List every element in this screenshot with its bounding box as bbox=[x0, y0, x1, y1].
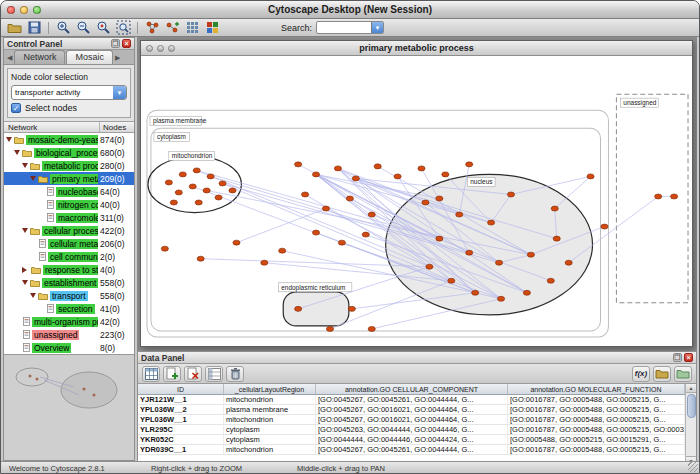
graph-node[interactable] bbox=[418, 166, 425, 171]
chevron-down-icon[interactable] bbox=[113, 86, 126, 99]
network-overview-thumbnail[interactable] bbox=[4, 354, 134, 460]
graph-node[interactable] bbox=[655, 194, 662, 199]
graph-node[interactable] bbox=[215, 195, 222, 200]
modify-attribute-button[interactable] bbox=[205, 366, 223, 382]
search-input[interactable] bbox=[317, 22, 371, 33]
graph-node[interactable] bbox=[553, 236, 560, 241]
new-network-button[interactable] bbox=[163, 20, 181, 36]
tree-item-mosaic-demo-yeast[interactable]: mosaic-demo-yeast874(0) bbox=[4, 133, 134, 146]
tree-item-cellular-process[interactable]: cellular process422(0) bbox=[4, 224, 134, 237]
graph-node[interactable] bbox=[302, 192, 309, 197]
graph-node[interactable] bbox=[295, 162, 302, 167]
float-panel-icon[interactable] bbox=[673, 353, 682, 362]
graph-node[interactable] bbox=[312, 172, 319, 177]
vizmapper-button[interactable] bbox=[203, 20, 221, 36]
tab-scroll-left-icon[interactable] bbox=[6, 54, 13, 64]
graph-node[interactable] bbox=[219, 181, 226, 186]
save-session-button[interactable] bbox=[25, 20, 43, 36]
tab-scroll-right-icon[interactable] bbox=[114, 54, 121, 64]
graph-node[interactable] bbox=[523, 290, 530, 295]
float-panel-icon[interactable] bbox=[111, 39, 120, 48]
network-view-window[interactable]: primary metabolic process plasma membran… bbox=[140, 40, 693, 347]
graph-node[interactable] bbox=[326, 326, 333, 331]
column-header-annotation-go-cellular-component[interactable]: annotation.GO CELLULAR_COMPONENT bbox=[316, 384, 508, 394]
tree-item-macromolecule[interactable]: macromolecule...311(0) bbox=[4, 211, 134, 224]
table-row[interactable]: YLR295Ccytoplasm[GO:0045263, GO:0044444,… bbox=[138, 425, 685, 435]
tab-network[interactable]: Network bbox=[14, 50, 65, 64]
close-panel-icon[interactable] bbox=[684, 353, 693, 362]
search-combobox[interactable] bbox=[316, 21, 384, 34]
close-panel-icon[interactable] bbox=[122, 39, 131, 48]
graph-node[interactable] bbox=[472, 290, 479, 295]
graph-node[interactable] bbox=[197, 256, 204, 261]
graph-node[interactable] bbox=[352, 176, 359, 181]
graph-node[interactable] bbox=[175, 190, 182, 195]
select-attributes-button[interactable] bbox=[142, 366, 160, 382]
expander-open-icon[interactable] bbox=[14, 150, 20, 155]
graph-node[interactable] bbox=[394, 174, 401, 179]
graph-node[interactable] bbox=[436, 196, 443, 201]
graph-node[interactable] bbox=[426, 264, 433, 269]
network-view-titlebar[interactable]: primary metabolic process bbox=[141, 41, 692, 56]
column-header-annotation-go-molecular-function[interactable]: annotation.GO MOLECULAR_FUNCTION bbox=[508, 384, 685, 394]
graph-node[interactable] bbox=[193, 168, 200, 173]
graph-node[interactable] bbox=[165, 180, 172, 185]
table-row[interactable]: YDR039C__1mitochondrion[GO:0045267, GO:0… bbox=[138, 445, 685, 455]
delete-attribute-button[interactable] bbox=[184, 366, 202, 382]
graph-node[interactable] bbox=[466, 162, 473, 167]
zoom-in-button[interactable] bbox=[54, 20, 72, 36]
tree-item-unassigned[interactable]: unassigned223(0) bbox=[4, 328, 134, 341]
graph-node[interactable] bbox=[497, 296, 504, 301]
table-row[interactable]: YKR052Ccytoplasm[GO:0044444, GO:0044446,… bbox=[138, 435, 685, 445]
graph-node[interactable] bbox=[233, 240, 240, 245]
graph-node[interactable] bbox=[229, 188, 236, 193]
tree-item-biological-process[interactable]: biological_process680(0) bbox=[4, 146, 134, 159]
graph-node[interactable] bbox=[203, 188, 210, 193]
table-row[interactable]: YPL036W__1mitochondrion[GO:0045267, GO:0… bbox=[138, 415, 685, 425]
tree-item-nucleobase[interactable]: nucleobase...64(0) bbox=[4, 185, 134, 198]
column-header-id[interactable]: ID bbox=[138, 384, 224, 394]
tree-item-multi-organism-pro[interactable]: multi-organism pro...42(0) bbox=[4, 315, 134, 328]
graph-node[interactable] bbox=[436, 236, 443, 241]
open-session-button[interactable] bbox=[5, 20, 23, 36]
search-dropdown-icon[interactable] bbox=[371, 22, 383, 33]
scrollbar-thumb[interactable] bbox=[687, 394, 696, 418]
expander-open-icon[interactable] bbox=[6, 137, 12, 142]
table-row[interactable]: YJR121W__1mitochondrion[GO:0045267, GO:0… bbox=[138, 395, 685, 405]
graph-node[interactable] bbox=[601, 224, 608, 229]
graph-node[interactable] bbox=[189, 184, 196, 189]
graph-node[interactable] bbox=[527, 252, 534, 257]
graph-node[interactable] bbox=[362, 232, 369, 237]
column-header-cellularlayoutregion[interactable]: _cellularLayoutRegion bbox=[224, 384, 316, 394]
grid-layout-button[interactable] bbox=[183, 20, 201, 36]
select-nodes-checkbox[interactable] bbox=[11, 103, 21, 113]
graph-node[interactable] bbox=[261, 260, 268, 265]
graph-node[interactable] bbox=[161, 246, 168, 251]
graph-node[interactable] bbox=[279, 248, 286, 253]
graph-node[interactable] bbox=[179, 172, 186, 177]
graph-node[interactable] bbox=[422, 200, 429, 205]
graph-node[interactable] bbox=[448, 278, 455, 283]
graph-node[interactable] bbox=[312, 230, 319, 235]
expander-open-icon[interactable] bbox=[30, 293, 36, 298]
import-attributes-button[interactable] bbox=[653, 366, 671, 382]
table-row[interactable]: YPL036W__2plasma membrane[GO:0045267, GO… bbox=[138, 405, 685, 415]
zoom-selected-button[interactable] bbox=[94, 20, 112, 36]
tree-item-cell-communica[interactable]: cell communica...2(0) bbox=[4, 250, 134, 263]
tree-item-secretion[interactable]: secretion41(0) bbox=[4, 302, 134, 315]
graph-node[interactable] bbox=[322, 206, 329, 211]
graph-edge[interactable] bbox=[236, 209, 326, 243]
graph-node[interactable] bbox=[195, 200, 202, 205]
tree-item-cellular-metabo[interactable]: cellular metabo...206(0) bbox=[4, 237, 134, 250]
scroll-up-icon[interactable] bbox=[686, 384, 697, 393]
graph-node[interactable] bbox=[295, 306, 302, 311]
graph-node[interactable] bbox=[368, 212, 375, 217]
graph-node[interactable] bbox=[207, 174, 214, 179]
expander-open-icon[interactable] bbox=[22, 228, 28, 233]
graph-node[interactable] bbox=[551, 206, 558, 211]
column-header-nodes[interactable]: Nodes bbox=[100, 122, 134, 132]
window-titlebar[interactable]: Cytoscape Desktop (New Session) bbox=[1, 1, 699, 19]
graph-node[interactable] bbox=[374, 164, 381, 169]
attribute-function-button[interactable]: f(x) bbox=[632, 366, 650, 382]
graph-node[interactable] bbox=[346, 196, 353, 201]
